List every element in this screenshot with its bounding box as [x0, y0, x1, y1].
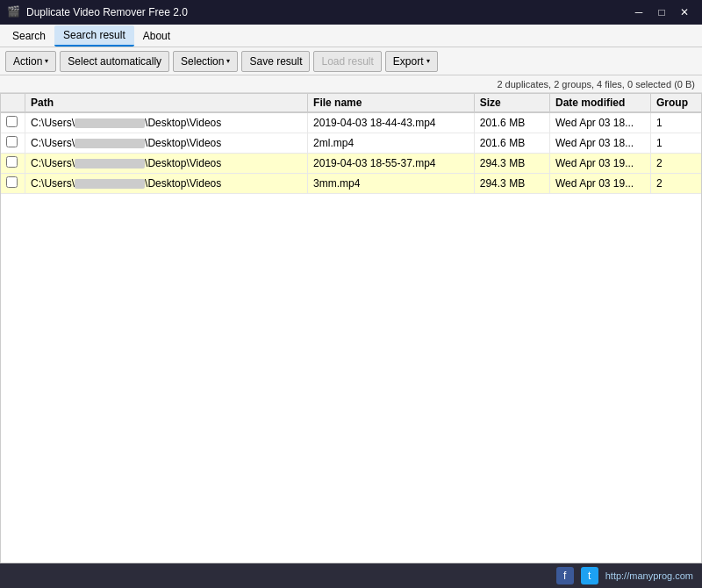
row-group: 2: [650, 174, 701, 194]
row-path: C:\Users\\Desktop\Videos: [25, 112, 308, 133]
file-table-container[interactable]: Path File name Size Date modified Group …: [0, 93, 702, 563]
row-group: 1: [650, 112, 701, 133]
export-label: Export: [393, 55, 424, 68]
title-bar-controls: ─ □ ✕: [628, 4, 695, 21]
row-size: 294.3 MB: [474, 174, 549, 194]
minimize-button[interactable]: ─: [628, 4, 649, 21]
bottom-bar: f t http://manyprog.com: [0, 563, 702, 588]
app-icon: 🎬: [7, 5, 21, 19]
menu-item-search[interactable]: Search: [4, 26, 54, 46]
title-bar-left: 🎬 Duplicate Video Remover Free 2.0: [7, 5, 188, 19]
maximize-button[interactable]: □: [651, 4, 672, 21]
row-path: C:\Users\\Desktop\Videos: [25, 154, 308, 174]
menu-item-about[interactable]: About: [134, 26, 179, 46]
col-header-date[interactable]: Date modified: [550, 94, 651, 112]
close-button[interactable]: ✕: [674, 4, 695, 21]
menu-bar: Search Search result About: [0, 25, 702, 47]
row-size: 294.3 MB: [474, 154, 549, 174]
selection-dropdown-arrow: ▾: [226, 57, 230, 65]
row-checkbox-cell: [1, 154, 25, 174]
table-row: C:\Users\\Desktop\Videos3mm.mp4294.3 MBW…: [1, 174, 701, 194]
selection-button[interactable]: Selection ▾: [173, 51, 238, 72]
status-text: 2 duplicates, 2 groups, 4 files, 0 selec…: [497, 79, 695, 90]
load-result-button[interactable]: Load result: [313, 51, 381, 72]
row-checkbox-cell: [1, 112, 25, 133]
row-checkbox-1[interactable]: [6, 136, 18, 147]
export-dropdown-arrow: ▾: [426, 57, 430, 65]
row-filename: 2ml.mp4: [308, 133, 475, 154]
row-size: 201.6 MB: [474, 133, 549, 154]
col-header-group[interactable]: Group: [650, 94, 701, 112]
row-checkbox-cell: [1, 174, 25, 194]
col-header-checkbox: [1, 94, 25, 112]
row-filename: 3mm.mp4: [308, 174, 475, 194]
row-filename: 2019-04-03 18-55-37.mp4: [308, 154, 475, 174]
row-filename: 2019-04-03 18-44-43.mp4: [308, 112, 475, 133]
row-date: Wed Apr 03 18...: [550, 112, 651, 133]
toolbar: Action ▾ Select automatically Selection …: [0, 47, 702, 75]
facebook-icon[interactable]: f: [556, 567, 574, 584]
col-header-filename[interactable]: File name: [308, 94, 475, 112]
website-link[interactable]: http://manyprog.com: [605, 570, 693, 581]
title-bar-title: Duplicate Video Remover Free 2.0: [26, 6, 188, 18]
load-result-label: Load result: [321, 55, 373, 68]
row-size: 201.6 MB: [474, 112, 549, 133]
row-checkbox-2[interactable]: [6, 156, 18, 168]
export-button[interactable]: Export ▾: [385, 51, 438, 72]
table-header-row: Path File name Size Date modified Group: [1, 94, 701, 112]
row-date: Wed Apr 03 19...: [550, 174, 651, 194]
row-group: 1: [650, 133, 701, 154]
row-date: Wed Apr 03 19...: [550, 154, 651, 174]
file-table: Path File name Size Date modified Group …: [1, 94, 701, 194]
row-path: C:\Users\\Desktop\Videos: [25, 133, 308, 154]
col-header-size[interactable]: Size: [474, 94, 549, 112]
status-bar: 2 duplicates, 2 groups, 4 files, 0 selec…: [0, 75, 702, 93]
twitter-icon[interactable]: t: [581, 567, 598, 584]
row-checkbox-cell: [1, 133, 25, 154]
main-content: 2 duplicates, 2 groups, 4 files, 0 selec…: [0, 75, 702, 563]
col-header-path[interactable]: Path: [25, 94, 308, 112]
save-result-button[interactable]: Save result: [241, 51, 310, 72]
save-result-label: Save result: [249, 55, 302, 68]
action-label: Action: [13, 55, 42, 68]
table-row: C:\Users\\Desktop\Videos2019-04-03 18-44…: [1, 112, 701, 133]
row-checkbox-3[interactable]: [6, 176, 18, 188]
table-row: C:\Users\\Desktop\Videos2ml.mp4201.6 MBW…: [1, 133, 701, 154]
title-bar: 🎬 Duplicate Video Remover Free 2.0 ─ □ ✕: [0, 0, 702, 25]
row-group: 2: [650, 154, 701, 174]
selection-label: Selection: [181, 55, 224, 68]
menu-item-search-result[interactable]: Search result: [54, 25, 134, 47]
select-automatically-label: Select automatically: [68, 55, 161, 68]
row-path: C:\Users\\Desktop\Videos: [25, 174, 308, 194]
action-button[interactable]: Action ▾: [5, 51, 56, 72]
select-automatically-button[interactable]: Select automatically: [60, 51, 169, 72]
table-row: C:\Users\\Desktop\Videos2019-04-03 18-55…: [1, 154, 701, 174]
row-checkbox-0[interactable]: [6, 116, 18, 127]
action-dropdown-arrow: ▾: [45, 57, 48, 65]
row-date: Wed Apr 03 18...: [550, 133, 651, 154]
